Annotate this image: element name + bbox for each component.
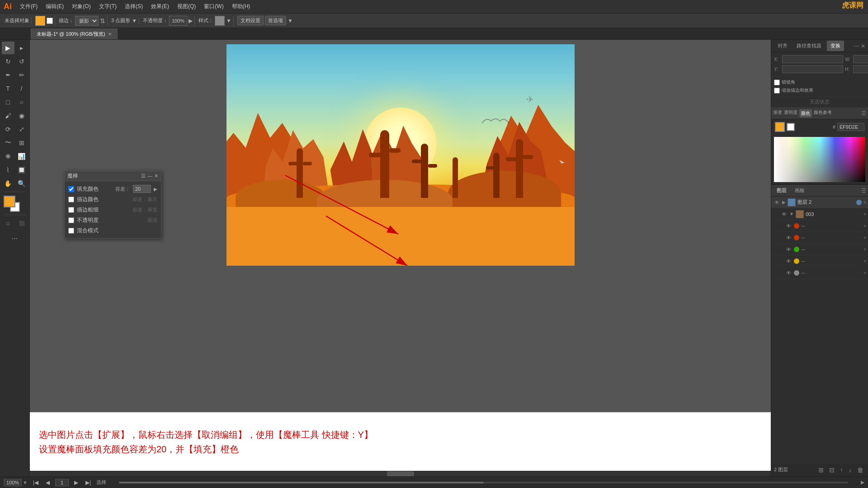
layer-003-lock-icon[interactable]: ○ <box>863 211 866 216</box>
rectangle-tool[interactable]: □ <box>2 96 14 108</box>
layer-item-green[interactable]: 👁 ··· ○ <box>771 244 868 255</box>
sub-tab-transparency[interactable]: 透明度 <box>784 109 797 117</box>
extra-tools[interactable]: ··· <box>9 232 21 245</box>
w-input[interactable] <box>853 55 868 63</box>
document-tab-main[interactable]: 未标题-1* @ 100% (RGB/预览) ✕ <box>31 28 118 39</box>
selection-tool[interactable]: ▶ <box>2 42 14 54</box>
layer-red2-lock[interactable]: ○ <box>863 235 866 240</box>
pref-dropdown-icon[interactable]: ▼ <box>288 18 293 24</box>
layer-green-eye-icon[interactable]: 👁 <box>785 246 792 253</box>
artwork-canvas[interactable]: ✈ <box>226 44 575 266</box>
layer-red2-eye-icon[interactable]: 👁 <box>785 234 792 241</box>
menu-edit[interactable]: 编辑(E) <box>42 1 67 12</box>
nav-next-btn[interactable]: ▶ <box>72 479 80 487</box>
foreground-color[interactable] <box>4 196 15 207</box>
right-panel-options-icon[interactable]: ⋯ <box>854 43 859 49</box>
magic-panel-close[interactable]: ✕ <box>154 173 158 179</box>
h-input[interactable] <box>853 65 868 73</box>
eyedropper-tool[interactable]: 🔲 <box>15 164 28 176</box>
magic-panel-menu-icon[interactable]: ☰ <box>141 173 146 179</box>
y-input[interactable] <box>782 65 843 73</box>
lock-corners-checkbox[interactable] <box>774 80 780 85</box>
blob-tool[interactable]: ◉ <box>15 109 28 122</box>
layer-yellow-eye-icon[interactable]: 👁 <box>785 258 792 265</box>
column-graph-tool[interactable]: 📊 <box>15 150 28 163</box>
opacity-arrow-icon[interactable]: ▶ <box>189 18 193 24</box>
x-input[interactable] <box>782 55 843 63</box>
sub-tab-color[interactable]: 颜色 <box>799 109 812 117</box>
warp-tool[interactable]: 〜 <box>2 136 14 149</box>
free-transform-tool[interactable]: ⊞ <box>15 136 28 149</box>
scale-stroke-checkbox[interactable] <box>774 88 780 94</box>
nav-last-btn[interactable]: ▶| <box>84 479 93 487</box>
color-spectrum[interactable] <box>774 137 865 182</box>
nav-prev-btn[interactable]: ◀ <box>44 479 52 487</box>
page-number-input[interactable] <box>55 479 69 486</box>
pencil-tool[interactable]: ✏ <box>15 69 28 81</box>
menu-help[interactable]: 帮助(H) <box>228 1 254 12</box>
scroll-right-icon[interactable]: ▶ <box>861 479 864 485</box>
magic-tolerance-input[interactable] <box>133 185 151 193</box>
sub-tab-color-ref[interactable]: 颜色参考 <box>814 109 832 117</box>
zoom-dropdown-icon[interactable]: ▼ <box>23 480 28 485</box>
magic-panel-minimize[interactable]: — <box>147 173 152 179</box>
hand-tool[interactable]: ✋ <box>2 177 14 190</box>
menu-select[interactable]: 选择(S) <box>121 1 146 12</box>
menu-effect[interactable]: 效果(E) <box>147 1 173 12</box>
delete-layer-icon[interactable]: 🗑 <box>855 465 865 474</box>
pen-tool[interactable]: ✒ <box>2 69 14 81</box>
layer-item-gray[interactable]: 👁 ··· ○ <box>771 267 868 279</box>
rotate-tool[interactable]: ↻ <box>2 55 14 68</box>
style-swatch[interactable] <box>215 16 225 26</box>
nav-first-btn[interactable]: |◀ <box>31 479 40 487</box>
scale-tool[interactable]: ⤢ <box>15 123 28 136</box>
color-fg-swatch[interactable] <box>775 122 785 132</box>
layer-yellow-lock[interactable]: ○ <box>863 258 866 263</box>
style-dropdown-icon[interactable]: ▼ <box>226 18 231 24</box>
hex-input[interactable] <box>837 123 864 131</box>
knife-tool[interactable]: ⌇ <box>2 164 14 176</box>
magic-tolerance-arrow[interactable]: ▶ <box>154 187 157 192</box>
fill-color-swatch[interactable] <box>35 16 45 26</box>
brush-dropdown-icon[interactable]: ▼ <box>132 18 137 24</box>
layer2-expand-icon[interactable]: ▶ <box>782 200 786 205</box>
layer-item-yellow[interactable]: 👁 ··· ○ <box>771 255 868 267</box>
line-tool[interactable]: / <box>15 82 28 95</box>
layer-item-layer2[interactable]: 👁 ▶ 图层 2 ○ <box>771 197 868 208</box>
layers-tab-artboards[interactable]: 画板 <box>791 186 808 195</box>
ellipse-tool[interactable]: ○ <box>15 96 28 108</box>
normal-mode[interactable]: □ <box>2 217 14 230</box>
tab-align[interactable]: 对齐 <box>774 41 791 51</box>
h-scrollbar-thumb[interactable] <box>387 471 414 476</box>
preferences-btn[interactable]: 首选项 <box>265 16 286 25</box>
layer-003-eye-icon[interactable]: 👁 <box>780 211 788 218</box>
magic-opacity-checkbox[interactable] <box>68 217 74 223</box>
layer2-lock-icon[interactable]: ○ <box>863 200 866 205</box>
duplicate-layer-icon[interactable]: ⊟ <box>827 465 836 474</box>
layer-gray-eye-icon[interactable]: 👁 <box>785 269 792 277</box>
layer-red1-lock[interactable]: ○ <box>863 223 866 228</box>
layers-panel-menu-icon[interactable]: ☰ <box>861 188 866 194</box>
type-tool[interactable]: T <box>2 82 14 95</box>
magic-stroke-width-checkbox[interactable] <box>68 207 74 213</box>
new-layer-icon[interactable]: ⊞ <box>816 465 826 474</box>
color-panel-menu-icon[interactable]: ☰ <box>861 110 866 117</box>
opacity-input[interactable] <box>169 16 187 26</box>
layer-item-red1[interactable]: 👁 ··· ○ <box>771 220 868 232</box>
move-layer-down-icon[interactable]: ↓ <box>847 465 854 474</box>
menu-view[interactable]: 视图(Q) <box>174 1 199 12</box>
reflect-tool[interactable]: ↺ <box>15 55 28 68</box>
h-scrollbar[interactable] <box>30 471 771 476</box>
document-tab-close[interactable]: ✕ <box>108 32 112 37</box>
magic-panel-header[interactable]: 魔棒 ☰ — ✕ <box>65 171 161 181</box>
doc-settings-btn[interactable]: 文档设置 <box>237 16 264 25</box>
menu-text[interactable]: 文字(T) <box>95 1 120 12</box>
rotate2-tool[interactable]: ⟳ <box>2 123 14 136</box>
layer2-eye-icon[interactable]: 👁 <box>773 199 780 206</box>
right-panel-close-icon[interactable]: ✕ <box>861 43 865 49</box>
layer-green-lock[interactable]: ○ <box>863 247 866 252</box>
tab-transform[interactable]: 变换 <box>827 41 844 51</box>
magic-stroke-color-checkbox[interactable] <box>68 197 74 202</box>
sub-tab-gradient[interactable]: 渐变 <box>773 109 782 117</box>
menu-file[interactable]: 文件(F) <box>16 1 41 12</box>
